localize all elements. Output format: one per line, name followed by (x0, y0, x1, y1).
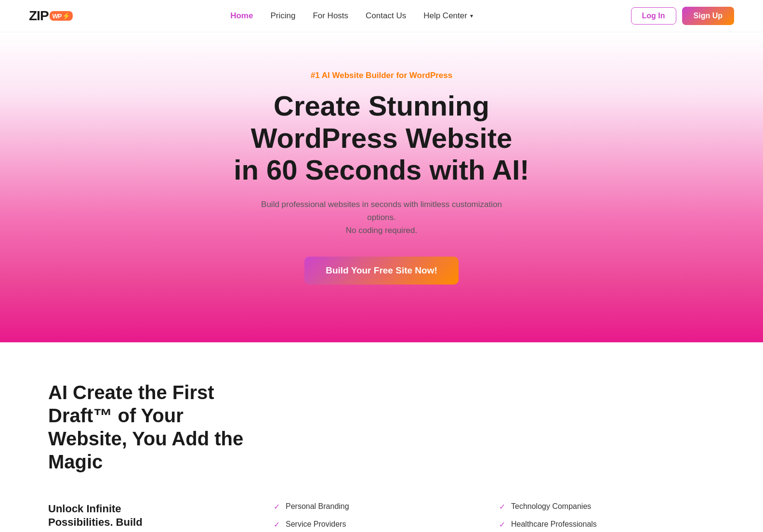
nav-item-pricing[interactable]: Pricing (270, 11, 295, 21)
signup-button[interactable]: Sign Up (682, 7, 734, 25)
hero-subtitle-line1: Build professional websites in seconds w… (261, 200, 502, 222)
list-item: ✓ Service Providers (274, 520, 489, 529)
login-button[interactable]: Log In (631, 7, 676, 25)
features-title-line2: Website, You Add the Magic (48, 428, 243, 472)
logo-zip-text: ZIP (29, 8, 49, 24)
features-list-col1: ✓ Personal Branding ✓ Service Providers … (274, 502, 489, 532)
nav-link-pricing[interactable]: Pricing (270, 11, 295, 20)
check-icon: ✓ (274, 520, 280, 529)
hero-cta-button[interactable]: Build Your Free Site Now! (304, 257, 459, 285)
logo[interactable]: ZIP WP ⚡ (29, 8, 73, 24)
nav-link-contact-us[interactable]: Contact Us (366, 11, 406, 20)
features-section: AI Create the First Draft™ of Your Websi… (0, 342, 763, 532)
nav-link-home[interactable]: Home (230, 11, 253, 20)
nav-item-contact-us[interactable]: Contact Us (366, 11, 406, 21)
features-grid: Unlock Infinite Possibilities. Build Any… (48, 502, 715, 532)
feature-label: Service Providers (286, 520, 346, 529)
navbar: ZIP WP ⚡ Home Pricing For Hosts Contact … (0, 0, 763, 32)
list-item: ✓ Personal Branding (274, 502, 489, 511)
logo-badge: WP ⚡ (50, 11, 73, 21)
hero-subtitle-line2: No coding required. (346, 226, 417, 235)
features-list-col2: ✓ Technology Companies ✓ Healthcare Prof… (499, 502, 715, 532)
feature-label: Technology Companies (511, 502, 591, 511)
nav-link-for-hosts[interactable]: For Hosts (313, 11, 348, 20)
hero-section: #1 AI Website Builder for WordPress Crea… (0, 32, 763, 342)
check-icon: ✓ (274, 502, 280, 511)
nav-link-help-center[interactable]: Help Center ▾ (423, 11, 473, 21)
list-item: ✓ Healthcare Professionals (499, 520, 715, 529)
nav-item-home[interactable]: Home (230, 11, 253, 21)
feature-label: Personal Branding (286, 502, 349, 511)
check-icon: ✓ (499, 502, 505, 511)
list-item: ✓ Technology Companies (499, 502, 715, 511)
nav-item-help-center[interactable]: Help Center ▾ (423, 11, 473, 21)
nav-item-for-hosts[interactable]: For Hosts (313, 11, 348, 21)
hero-title: Create Stunning WordPress Website in 60 … (208, 90, 555, 186)
features-title: AI Create the First Draft™ of Your Websi… (48, 381, 260, 473)
features-left-title: Unlock Infinite Possibilities. Build Any… (48, 502, 264, 532)
check-icon: ✓ (499, 520, 505, 529)
chevron-down-icon: ▾ (470, 13, 473, 19)
hero-subtitle: Build professional websites in seconds w… (256, 198, 507, 237)
nav-links: Home Pricing For Hosts Contact Us Help C… (230, 11, 473, 21)
logo-lightning-icon: ⚡ (62, 12, 70, 20)
features-title-line1: AI Create the First Draft™ of Your (48, 382, 214, 426)
hero-title-line2: in 60 Seconds with AI! (234, 154, 529, 185)
hero-title-line1: Create Stunning WordPress Website (251, 90, 513, 154)
feature-label: Healthcare Professionals (511, 520, 597, 529)
nav-actions: Log In Sign Up (631, 7, 734, 25)
features-left-col: Unlock Infinite Possibilities. Build Any… (48, 502, 264, 532)
hero-tagline: #1 AI Website Builder for WordPress (19, 71, 744, 80)
logo-wp-text: WP (53, 13, 62, 20)
